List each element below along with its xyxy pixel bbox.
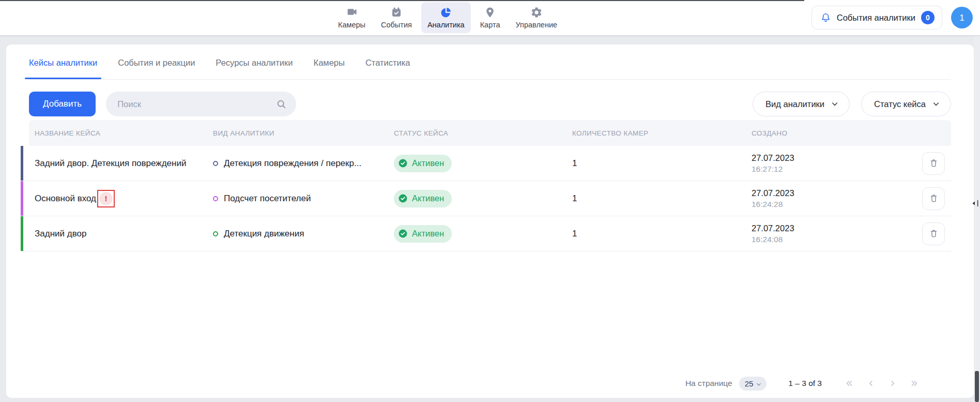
nav-item-cameras[interactable]: Камеры [332,2,372,33]
pagination-footer: На странице 25 1 – 3 of 3 [6,369,974,398]
table-body: Задний двор. Детекция повреждений ! Дете… [21,146,951,251]
per-page-value: 25 [745,379,754,388]
tab-statistics[interactable]: Статистика [365,58,410,68]
row-actions-cell [922,187,951,210]
case-status-filter[interactable]: Статус кейса [861,92,951,116]
created-date: 27.07.2023 [752,153,922,163]
created-cell: 27.07.2023 16:27:12 [752,153,922,174]
case-name-cell: Основной вход ! [21,190,213,207]
nav-item-events[interactable]: События [375,2,418,33]
delete-case-button[interactable] [922,222,945,245]
created-time: 16:27:12 [752,164,922,174]
column-header-created: СОЗДАНО [752,129,922,137]
column-header-name: НАЗВАНИЕ КЕЙСА [29,129,213,137]
tab-analytics-resources[interactable]: Ресурсы аналитики [216,58,293,68]
created-time: 16:24:08 [752,234,922,244]
case-name: Основной вход [35,193,96,204]
status-cell: Активен [394,155,572,172]
warning-highlight-box: ! [97,190,115,207]
per-page-select[interactable]: 25 [739,377,767,391]
status-label: Активен [412,158,444,168]
last-page-button[interactable] [910,379,919,388]
per-page-label: На странице [685,379,732,388]
analytics-page-card: Кейсы аналитики События и реакции Ресурс… [6,44,974,398]
created-date: 27.07.2023 [752,223,922,234]
events-count-badge: 0 [921,11,935,24]
analytics-type-label: Детекция повреждения / перекр... [224,158,361,169]
next-page-button[interactable] [888,379,897,388]
chevron-down-icon [756,380,762,386]
table-row[interactable]: Задний двор ! Детекция движения Активен … [21,216,951,251]
cameras-count-cell: 1 [572,158,752,169]
analytics-type-filter[interactable]: Вид аналитики [753,92,850,116]
status-badge: Активен [394,190,452,207]
scrollbar-thumb[interactable] [975,371,979,402]
tab-cameras[interactable]: Камеры [314,58,345,68]
toolbar: Добавить Вид аналитики Статус кейса [29,92,951,116]
table-header: НАЗВАНИЕ КЕЙСА ВИД АНАЛИТИКИ СТАТУС КЕЙС… [29,120,951,146]
main-nav: Камеры События Аналитика Карта Управлени… [332,0,563,35]
status-label: Активен [412,229,444,239]
nav-label: Карта [480,21,500,29]
cases-table: НАЗВАНИЕ КЕЙСА ВИД АНАЛИТИКИ СТАТУС КЕЙС… [21,120,951,251]
nav-label: События [381,21,412,29]
nav-item-map[interactable]: Карта [474,2,507,33]
pagination-range: 1 – 3 of 3 [788,379,822,388]
column-header-status: СТАТУС КЕЙСА [394,129,572,137]
check-icon [398,158,408,168]
created-cell: 27.07.2023 16:24:08 [752,223,922,245]
top-navigation-bar: Камеры События Аналитика Карта Управлени… [0,0,980,35]
table-row[interactable]: Основной вход ! Подсчет посетителей Акти… [21,181,951,216]
pager [845,379,919,388]
status-label: Активен [412,193,444,203]
pie-chart-icon [440,6,452,19]
row-actions-cell [922,222,951,245]
add-case-button[interactable]: Добавить [29,92,96,116]
nav-item-management[interactable]: Управление [509,2,563,33]
nav-item-analytics[interactable]: Аналитика [421,2,471,33]
analytics-tabs: Кейсы аналитики События и реакции Ресурс… [29,47,951,80]
warning-icon: ! [99,192,113,205]
case-name: Задний двор [35,229,86,239]
events-button-label: События аналитики [837,13,915,23]
map-pin-icon [484,6,496,19]
case-name-cell: Задний двор ! [21,229,213,239]
status-cell: Активен [394,225,572,243]
nav-label: Управление [515,21,557,29]
created-time: 16:24:28 [752,199,922,209]
delete-case-button[interactable] [922,152,945,175]
first-page-button[interactable] [845,379,854,388]
nav-label: Камеры [338,21,365,29]
bell-icon [820,12,831,23]
search-input[interactable] [117,99,276,109]
analytics-type-icon [213,161,218,166]
tab-analytics-cases[interactable]: Кейсы аналитики [29,58,97,68]
check-icon [398,229,408,239]
table-row[interactable]: Задний двор. Детекция повреждений ! Дете… [21,146,951,181]
delete-case-button[interactable] [922,187,945,210]
trash-icon [929,229,939,239]
tab-events-reactions[interactable]: События и реакции [118,58,195,68]
analytics-type-label: Детекция движения [224,229,304,239]
calendar-check-icon [390,6,403,19]
topbar-right: События аналитики 0 1 [811,0,973,35]
case-name-cell: Задний двор. Детекция повреждений ! [21,158,213,169]
created-date: 27.07.2023 [752,188,922,199]
check-icon [398,193,408,203]
trash-icon [929,158,939,168]
status-badge: Активен [394,155,452,172]
cameras-count-cell: 1 [572,229,752,239]
chevron-down-icon [831,100,839,108]
created-cell: 27.07.2023 16:24:28 [752,188,922,210]
analytics-type-icon [213,231,218,236]
filter-label: Вид аналитики [765,99,824,109]
page-scrollbar[interactable] [974,36,980,402]
trash-icon [929,193,939,203]
analytics-events-button[interactable]: События аналитики 0 [811,6,942,29]
analytics-type-cell: Детекция движения [213,229,394,239]
gear-icon [530,6,543,19]
user-avatar[interactable]: 1 [951,7,973,28]
filter-label: Статус кейса [874,99,926,109]
previous-page-button[interactable] [866,379,876,388]
search-field[interactable] [106,92,296,116]
